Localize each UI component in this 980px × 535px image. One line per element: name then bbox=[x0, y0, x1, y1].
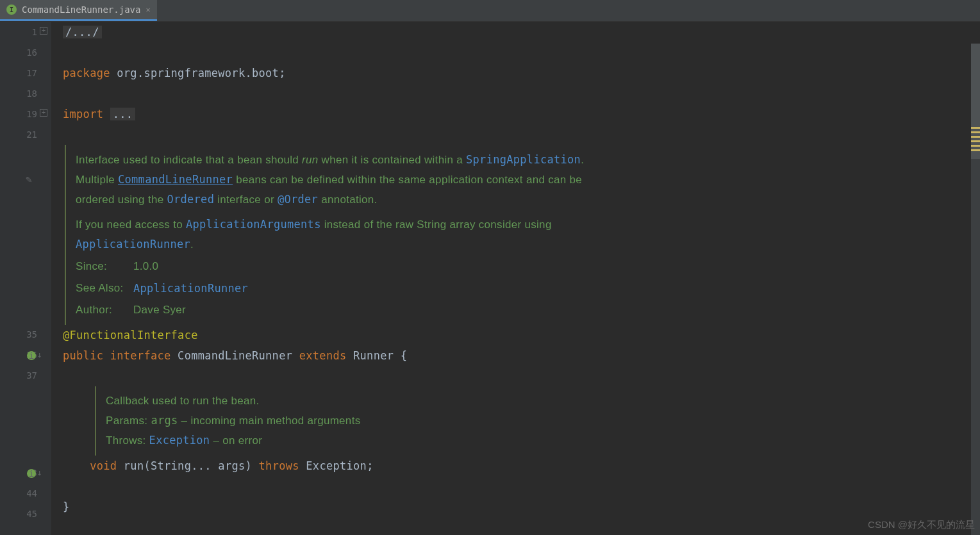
keyword: extends bbox=[299, 349, 353, 362]
keyword: interface bbox=[110, 349, 178, 362]
gutter: 1+ 16 17 18 19+ 21 ✎ 35 36 i ↓ 37 43 i ↓… bbox=[0, 22, 51, 535]
folded-block[interactable]: /.../ bbox=[63, 26, 102, 38]
param-type: String bbox=[151, 459, 191, 472]
keyword: throws bbox=[259, 459, 306, 472]
close-icon[interactable]: ✕ bbox=[145, 5, 150, 14]
doc-since-value: 1.0.0 bbox=[133, 257, 158, 276]
editor-tab[interactable]: I CommandLineRunner.java ✕ bbox=[0, 0, 157, 21]
doc-link[interactable]: CommandLineRunner bbox=[118, 173, 233, 186]
method-name: run bbox=[124, 459, 144, 472]
folded-imports[interactable]: ... bbox=[110, 108, 136, 120]
type-name: Runner bbox=[353, 349, 401, 362]
doc-link[interactable]: Ordered bbox=[167, 193, 214, 206]
line-number: 17 bbox=[0, 63, 37, 83]
line-number: 35 bbox=[0, 324, 37, 345]
impl-down-icon[interactable]: ↓ bbox=[37, 463, 42, 483]
scroll-markers bbox=[971, 127, 980, 154]
type-name: CommandLineRunner bbox=[178, 349, 299, 362]
impl-down-icon[interactable]: ↓ bbox=[37, 345, 42, 365]
override-icon[interactable]: i bbox=[27, 469, 36, 478]
doc-author-value: Dave Syer bbox=[133, 300, 186, 320]
code-editor[interactable]: 1+ 16 17 18 19+ 21 ✎ 35 36 i ↓ 37 43 i ↓… bbox=[0, 22, 980, 535]
fold-icon[interactable]: + bbox=[40, 27, 47, 35]
keyword: void bbox=[90, 459, 124, 472]
line-number: 37 bbox=[0, 365, 37, 386]
doc-params-label: Params: bbox=[106, 415, 147, 427]
line-number: 21 bbox=[0, 124, 37, 145]
override-icon[interactable]: i bbox=[27, 351, 36, 360]
doc-link[interactable]: ApplicationRunner bbox=[76, 238, 190, 251]
doc-link[interactable]: ApplicationArguments bbox=[186, 218, 321, 231]
doc-link[interactable]: ApplicationRunner bbox=[133, 279, 248, 298]
scrollbar[interactable] bbox=[971, 44, 980, 535]
doc-author-label: Author: bbox=[76, 300, 133, 320]
doc-link[interactable]: Exception bbox=[149, 434, 210, 447]
annotation: @FunctionalInterface bbox=[63, 329, 198, 342]
interface-icon: I bbox=[6, 4, 17, 15]
package-name: org.springframework.boot bbox=[117, 67, 279, 79]
watermark: CSDN @好久不见的流星 bbox=[868, 519, 975, 531]
line-number: 45 bbox=[0, 504, 37, 524]
keyword: package bbox=[63, 67, 117, 79]
edit-icon[interactable]: ✎ bbox=[26, 173, 32, 185]
tab-filename: CommandLineRunner.java bbox=[22, 4, 140, 15]
line-number: 18 bbox=[0, 83, 37, 104]
keyword: public bbox=[63, 349, 110, 362]
exception-type: Exception bbox=[306, 459, 367, 472]
doc-link[interactable]: @Order bbox=[278, 193, 318, 206]
doc-link[interactable]: SpringApplication bbox=[466, 153, 581, 166]
fold-icon[interactable]: + bbox=[40, 109, 47, 117]
line-number: 16 bbox=[0, 42, 37, 63]
doc-since-label: Since: bbox=[76, 257, 133, 276]
code-area[interactable]: /.../ package org.springframework.boot; … bbox=[51, 22, 980, 535]
line-number: 19 bbox=[26, 109, 37, 119]
keyword: import bbox=[63, 108, 110, 120]
line-number: 1 bbox=[32, 27, 37, 37]
javadoc-method: Callback used to run the bean. Params: a… bbox=[95, 386, 980, 456]
line-number: 44 bbox=[0, 483, 37, 504]
doc-seealso-label: See Also: bbox=[76, 279, 133, 298]
doc-throws-label: Throws: bbox=[106, 434, 146, 447]
javadoc-class: Interface used to indicate that a bean s… bbox=[65, 145, 980, 325]
tab-bar: I CommandLineRunner.java ✕ bbox=[0, 0, 980, 22]
